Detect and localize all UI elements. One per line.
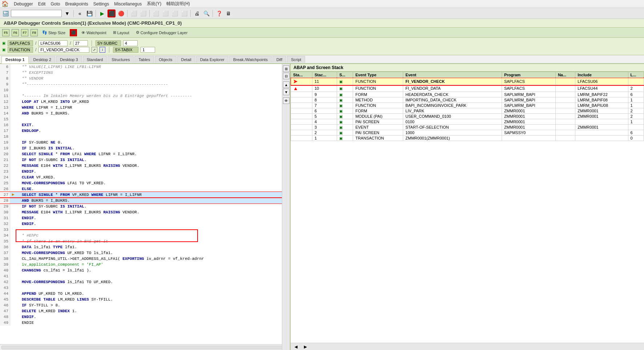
tab-desktop3[interactable]: Desktop 3 — [56, 56, 82, 63]
stack-nav-right[interactable]: ► — [301, 343, 309, 350]
tab-structures[interactable]: Structures — [108, 56, 134, 63]
command-input[interactable] — [11, 10, 62, 17]
table-row[interactable]: 31 ENDIF. — [0, 215, 290, 221]
menu-help[interactable]: 輔助說明(H) — [166, 1, 190, 7]
step-f6-icon[interactable]: F6 — [12, 29, 19, 36]
print-icon[interactable]: 🖨 — [193, 9, 201, 17]
prev-nav-icon[interactable]: « — [76, 9, 84, 17]
table-row[interactable]: 22 MESSAGE E104 WITH I_LIFNR I_BUKRS RAI… — [0, 163, 290, 169]
find-icon[interactable]: 🔍 — [202, 9, 210, 17]
dropdown-icon[interactable]: ▼ — [63, 9, 71, 17]
table-row[interactable]: 5▣MODULE (PAI)USER_COMMAND_0100ZMMR0001Z… — [291, 114, 644, 119]
table-row[interactable]: 6*" VALUE(I_LIFNR) LIKE LFB1-LIFNR — [0, 64, 290, 70]
expand-btn[interactable]: ⊞ — [283, 65, 289, 72]
field-info-icon[interactable]: i — [100, 47, 105, 53]
layout-btn[interactable]: ⊞ Layout — [111, 29, 131, 36]
table-row[interactable]: 9▣FORMHEADERDATA_CHECKSAPLMRM_BAPILMRM_B… — [291, 92, 644, 97]
step6-icon[interactable]: ⬜ — [180, 9, 188, 17]
table-row[interactable]: 35* if there is an entry in BAS get it — [0, 238, 290, 244]
field-sytabix-value[interactable]: 1 — [141, 47, 155, 53]
table-row[interactable]: 8*" VENDOR — [0, 76, 290, 81]
field-func-value[interactable]: FI_VENDOR_CHECK — [39, 47, 89, 53]
tab-desktop1[interactable]: Desktop 1 — [1, 56, 29, 64]
tab-objects[interactable]: Objects — [155, 56, 176, 63]
table-row[interactable]: 42 MOVE-CORRESPONDING ls_lfa1 TO UF_KRED… — [0, 279, 290, 285]
table-row[interactable]: 23 ENDIF. — [0, 169, 290, 174]
step-f5-icon[interactable]: F5 — [2, 29, 9, 36]
table-row[interactable]: 26 ELSE. — [0, 186, 290, 192]
table-row[interactable]: 36 DATA ls_lfa1 TYPE lfa1. — [0, 244, 290, 250]
table-row[interactable]: 25 MOVE-CORRESPONDING LFA1 TO VF_KRED. — [0, 180, 290, 186]
table-row[interactable]: 27► SELECT SINGLE * FROM VF_KRED WHERE L… — [0, 192, 290, 198]
tab-desktop2[interactable]: Desktop 2 — [29, 56, 56, 63]
table-row[interactable]: 11*------- Im lokalen Memory werden bis … — [0, 93, 290, 99]
table-row[interactable]: 20 SELECT SINGLE * FROM LFA1 WHERE LIFNR… — [0, 151, 290, 157]
table-row[interactable]: 13 WHERE LIFNR = I_LIFNR — [0, 105, 290, 110]
step-f8-icon[interactable]: F8 — [31, 29, 38, 36]
field-include-value[interactable]: LFACSU06 — [39, 40, 68, 46]
scroll-up-btn[interactable]: ▲ — [283, 81, 289, 88]
table-row[interactable]: 30 MESSAGE E104 WITH I_LIFNR I_BUKRS RAI… — [0, 209, 290, 215]
field-sysubrc-value[interactable]: 4 — [123, 40, 138, 46]
configure-btn[interactable]: ⚙ Configure Debugger Layer — [134, 29, 190, 36]
code-hscroll[interactable] — [0, 344, 290, 350]
menu-edit[interactable]: Edit — [38, 1, 46, 7]
table-row[interactable]: 8▣METHODIMPORTING_DATA_CHECKSAPLMRM_BAPI… — [291, 97, 644, 103]
table-row[interactable]: 10 — [0, 87, 290, 93]
table-row[interactable]: 46 IF SY-TFILL > 8. — [0, 302, 290, 308]
scroll-down-btn[interactable]: ▼ — [283, 89, 289, 95]
menu-settings[interactable]: Settings — [93, 1, 109, 7]
table-row[interactable]: ➤11▣FUNCTIONFI_VENDOR_CHECKSAPLFACSLFACS… — [291, 78, 644, 85]
stop-red-icon[interactable]: ⬛ — [70, 29, 77, 36]
table-row[interactable]: 49ENDIE — [0, 320, 290, 326]
monitor-icon[interactable]: 🖥 — [224, 9, 232, 17]
step-size-btn[interactable]: 👣 Step Size — [40, 29, 68, 36]
table-row[interactable]: 34* #EhPc — [0, 233, 290, 238]
table-row[interactable]: 19 IF I_BUKRS IS INITIAL. — [0, 145, 290, 151]
table-row[interactable]: 15 — [0, 116, 290, 122]
table-row[interactable]: 29 IF NOT SY-SUBRC IS INITIAL. — [0, 204, 290, 209]
collapse-btn[interactable]: ⊟ — [283, 73, 289, 79]
table-row[interactable]: 14 AND BUKRS = I_BUKRS. — [0, 110, 290, 116]
watchvar-btn[interactable]: 👁 — [283, 97, 289, 104]
tab-tables[interactable]: Tables — [134, 56, 154, 63]
menu-miscellanegus[interactable]: Miscellanegus — [114, 1, 142, 7]
stack-nav-left[interactable]: ◄ — [292, 343, 300, 350]
menu-breakpoints[interactable]: Breakpoints — [65, 1, 88, 7]
table-row[interactable]: ▲10▣FUNCTIONFI_VENDOR_DATASAPLFACSLFACSU… — [291, 85, 644, 92]
continue-icon[interactable]: ▶ — [98, 9, 106, 17]
stop-icon[interactable]: ⬛ — [108, 9, 116, 17]
table-row[interactable]: 21 IF NOT SY-SUBRC IS INITIAL. — [0, 157, 290, 163]
field-line-value[interactable]: 27 — [73, 40, 88, 46]
table-row[interactable]: 33 — [0, 227, 290, 233]
table-row[interactable]: 47 DELETE LM_KRED INDEX 1. — [0, 308, 290, 314]
tab-script[interactable]: Script — [287, 56, 305, 63]
menu-debugger[interactable]: Debugger — [14, 1, 33, 7]
table-row[interactable]: 7*" EXCEPTIONS — [0, 70, 290, 76]
table-row[interactable]: 45 DESCRIBE TABLE LM_KRED LINES SY-TFILL… — [0, 297, 290, 302]
save-icon[interactable]: 💾 — [85, 9, 93, 17]
table-row[interactable]: 7▣FUNCTIONBAPI_INCOMINGINVOICE_PARKSAPLM… — [291, 103, 644, 108]
tab-detail[interactable]: Detail — [177, 56, 195, 63]
table-row[interactable]: 16 EXIT. — [0, 122, 290, 128]
back-nav-icon[interactable]: 🔙 — [1, 9, 9, 17]
table-row[interactable]: 2▣PAI SCREEN1000SAPMSSY06 — [291, 130, 644, 136]
table-row[interactable]: 18 — [0, 134, 290, 140]
step5-icon[interactable]: ⬜ — [171, 9, 179, 17]
step1-icon[interactable]: ⬜ — [130, 9, 138, 17]
table-row[interactable]: 12 LOOP AT LM_KRED INTO UF_KRED — [0, 99, 290, 105]
stack-table-wrap[interactable]: Sta... Stac... S... Event Type Event Pro… — [291, 72, 644, 343]
table-row[interactable]: 6▣FORMLIV_PARKZMMR0001ZMMR00012 — [291, 108, 644, 114]
step2-icon[interactable]: ⬜ — [139, 9, 147, 17]
watchpoint-btn[interactable]: 👁 Watchpoint — [79, 29, 109, 36]
table-row[interactable]: 28 AND BUKRS = I_BUKRS. — [0, 198, 290, 204]
table-row[interactable]: 3▣EVENTSTART-OF-SELECTIONZMMR0001ZMMR000… — [291, 125, 644, 130]
menu-system[interactable]: 系統(Y) — [147, 1, 161, 7]
table-row[interactable]: 1▣TRANSACTIONZMMR0001(ZMMR0001)0 — [291, 136, 644, 141]
tab-standard[interactable]: Standard — [83, 56, 107, 63]
table-row[interactable]: 37 MOVE-CORRESPONDING UF_KRED TO ls_lfa1… — [0, 250, 290, 256]
table-row[interactable]: 9*"-------------------------------------… — [0, 81, 290, 87]
code-scroll[interactable]: 6*" VALUE(I_LIFNR) LIKE LFB1-LIFNR7*" EX… — [0, 64, 290, 344]
table-row[interactable]: 4▣PAI SCREEN0100ZMMR00011 — [291, 119, 644, 125]
step3-icon[interactable]: ⬜ — [152, 9, 160, 17]
